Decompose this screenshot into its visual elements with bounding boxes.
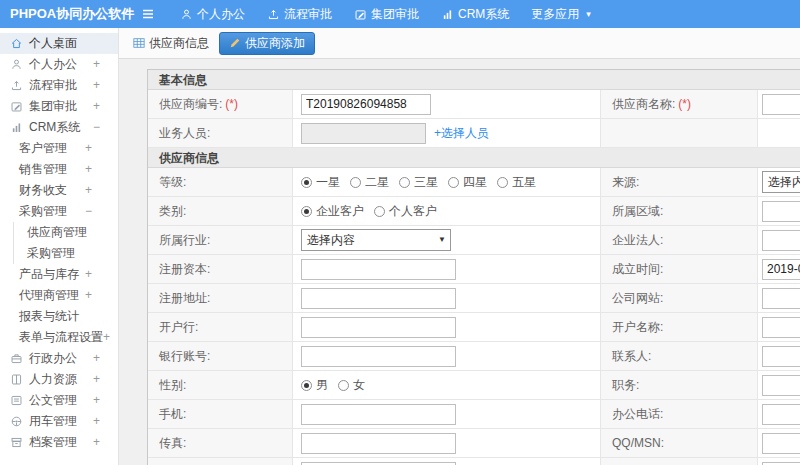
zip-code-field-cell <box>758 458 800 465</box>
field-label: 传真: <box>159 435 186 452</box>
supplier-name-input[interactable] <box>762 94 800 115</box>
industry-select[interactable]: 选择内容▼ <box>301 229 451 251</box>
sidebar-item[interactable]: 用车管理+ <box>0 411 118 432</box>
expander-icon[interactable]: + <box>85 285 92 306</box>
sidebar-item[interactable]: 客户管理+ <box>0 138 118 159</box>
gender-radio-option[interactable]: 女 <box>338 377 365 394</box>
fax-input[interactable] <box>301 433 456 454</box>
expander-icon[interactable]: + <box>93 96 100 117</box>
sidebar-item[interactable]: 集团审批+ <box>0 96 118 117</box>
car-icon <box>10 415 23 428</box>
menu-toggle-icon[interactable] <box>140 5 158 23</box>
sidebar-item[interactable]: 公文管理+ <box>0 390 118 411</box>
level-radio-option[interactable]: 二星 <box>350 174 389 191</box>
registered-address-input[interactable] <box>301 288 456 309</box>
level-radio-option[interactable]: 四星 <box>448 174 487 191</box>
source-select[interactable]: 选择内容▼ <box>762 171 800 193</box>
tab-supplier-add[interactable]: 供应商添加 <box>219 32 315 55</box>
topbar-nav-item[interactable]: 更多应用▾ <box>531 6 591 23</box>
level-radio-option[interactable]: 三星 <box>399 174 438 191</box>
sidebar-item[interactable]: 流程审批+ <box>0 75 118 96</box>
sidebar-item[interactable]: 采购管理− <box>0 201 118 222</box>
office-phone-input[interactable] <box>762 404 800 425</box>
level-radio-option[interactable]: 一星 <box>301 174 340 191</box>
registered-capital-input[interactable] <box>301 259 456 280</box>
sidebar-item[interactable]: 采购管理 <box>0 243 118 264</box>
position-input[interactable] <box>762 375 800 396</box>
sidebar-item[interactable]: 报表与统计 <box>0 306 118 327</box>
field-label: 开户行: <box>159 319 198 336</box>
upload-icon <box>10 79 23 92</box>
sidebar-item[interactable]: 个人桌面 <box>0 33 118 54</box>
category-radio-option[interactable]: 企业客户 <box>301 203 364 220</box>
expander-icon[interactable]: − <box>85 201 92 222</box>
expander-icon[interactable]: + <box>85 180 92 201</box>
field-label: 银行账号: <box>159 348 210 365</box>
email-label: 邮箱: <box>148 458 293 465</box>
radio-label: 二星 <box>365 174 389 191</box>
founded-date-input[interactable] <box>762 259 800 280</box>
expander-icon[interactable]: + <box>93 75 100 96</box>
radio-icon <box>399 177 410 188</box>
expander-icon[interactable]: + <box>85 138 92 159</box>
radio-label: 三星 <box>414 174 438 191</box>
topbar-nav-item[interactable]: 个人办公 <box>180 6 245 23</box>
sidebar-item[interactable]: 表单与流程设置+ <box>0 327 118 348</box>
sidebar-item[interactable]: 档案管理+ <box>0 432 118 453</box>
select-person-link[interactable]: +选择人员 <box>434 125 489 142</box>
tabbar: 供应商信息 供应商添加 <box>119 28 800 59</box>
contact-input[interactable] <box>762 346 800 367</box>
legal-person-field-cell <box>758 226 800 254</box>
company-website-input[interactable] <box>762 288 800 309</box>
sidebar-item[interactable]: 产品与库存+ <box>0 264 118 285</box>
legal-person-input[interactable] <box>762 230 800 251</box>
bank-account-input[interactable] <box>301 346 456 367</box>
sidebar-item[interactable]: CRM系统− <box>0 117 118 138</box>
expander-icon[interactable]: + <box>85 159 92 180</box>
form-row: 类别:企业客户个人客户所属区域: <box>148 197 800 226</box>
zip-code-input[interactable] <box>762 462 800 465</box>
expander-icon[interactable]: + <box>93 348 100 369</box>
expander-icon[interactable]: − <box>93 117 100 138</box>
sidebar-item[interactable]: 行政办公+ <box>0 348 118 369</box>
qq-msn-input[interactable] <box>762 433 800 454</box>
expander-icon[interactable]: + <box>103 327 110 348</box>
mobile-input[interactable] <box>301 404 456 425</box>
grid-icon <box>133 37 145 49</box>
supplier-code-label: 供应商编号: (*) <box>148 90 293 118</box>
bank-account-label: 银行账号: <box>148 342 293 370</box>
expander-icon[interactable]: + <box>93 54 100 75</box>
sidebar-item[interactable]: 供应商管理 <box>0 222 118 243</box>
field-label: 来源: <box>612 174 639 191</box>
account-name-input[interactable] <box>762 317 800 338</box>
email-input[interactable] <box>301 462 456 465</box>
topbar-nav-item[interactable]: 流程审批 <box>267 6 332 23</box>
region-input[interactable] <box>762 201 800 222</box>
supplier-code-input[interactable] <box>301 94 431 115</box>
sidebar-item[interactable]: 代理商管理+ <box>0 285 118 306</box>
expander-icon[interactable]: + <box>93 411 100 432</box>
field-label: 开户名称: <box>612 319 663 336</box>
industry-field-cell: 选择内容▼ <box>293 226 601 254</box>
gender-radio-option[interactable]: 男 <box>301 377 328 394</box>
bank-input[interactable] <box>301 317 456 338</box>
sidebar-item[interactable]: 个人办公+ <box>0 54 118 75</box>
topbar-nav-item[interactable]: CRM系统 <box>441 6 509 23</box>
sidebar-item[interactable]: 销售管理+ <box>0 159 118 180</box>
expander-icon[interactable]: + <box>85 264 92 285</box>
sidebar-item-label: 代理商管理 <box>19 285 79 306</box>
expander-icon[interactable]: + <box>93 369 100 390</box>
business-staff-input[interactable] <box>301 123 426 144</box>
field-label: 业务人员: <box>159 125 210 142</box>
topbar-nav-item[interactable]: 集团审批 <box>354 6 419 23</box>
expander-icon[interactable]: + <box>93 432 100 453</box>
field-label: 注册地址: <box>159 290 210 307</box>
book-icon <box>10 373 23 386</box>
category-radio-option[interactable]: 个人客户 <box>374 203 437 220</box>
radio-icon <box>350 177 361 188</box>
sidebar-item[interactable]: 人力资源+ <box>0 369 118 390</box>
sidebar-item[interactable]: 财务收支+ <box>0 180 118 201</box>
level-radio-option[interactable]: 五星 <box>497 174 536 191</box>
expander-icon[interactable]: + <box>93 390 100 411</box>
tab-supplier-info[interactable]: 供应商信息 <box>133 35 209 52</box>
